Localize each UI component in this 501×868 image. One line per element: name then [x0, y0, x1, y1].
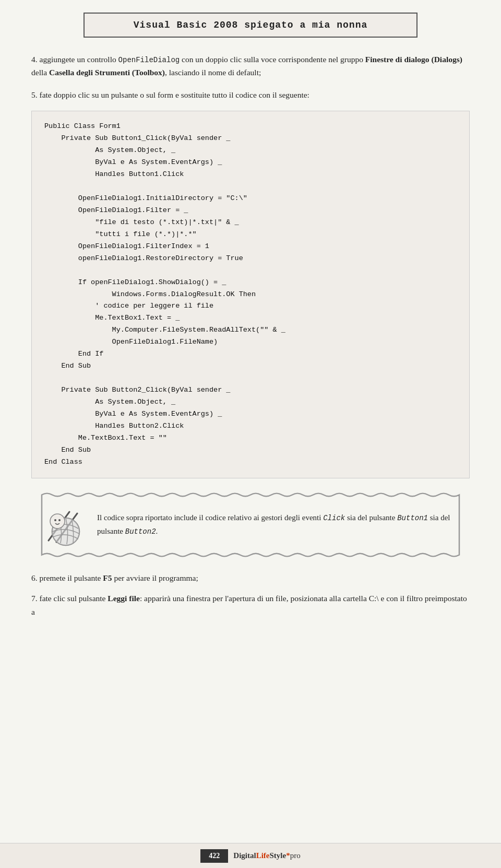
item7-text1: 7. fate clic sul pulsante	[31, 594, 108, 603]
item6-text2: per avviare il programma;	[112, 573, 198, 582]
item6-text1: 6. premete il pulsante	[31, 573, 103, 582]
para4-bold1: Finestre di dialogo (Dialogs)	[365, 55, 462, 64]
note-icon	[41, 501, 88, 548]
footer-life: Life	[256, 851, 270, 860]
header-banner: Visual Basic 2008 spiegato a mia nonna	[84, 13, 418, 38]
para4-bold2: Casella degli Strumenti (Toolbox)	[49, 68, 165, 77]
footer-brand: DigitalLifeStyle*pro	[233, 851, 300, 860]
paragraph-5: 5. fate doppio clic su un pulsante o sul…	[31, 89, 470, 102]
note-click-italic: Click	[323, 514, 345, 522]
note-text-before: Il codice sopra riportato include il cod…	[97, 513, 323, 522]
svg-point-5	[54, 519, 56, 521]
page-container: Visual Basic 2008 spiegato a mia nonna 4…	[0, 0, 501, 868]
code-block: Public Class Form1 Private Sub Button1_C…	[31, 111, 470, 478]
page-footer: 422 DigitalLifeStyle*pro	[0, 843, 501, 868]
para4-text2: con un doppio clic sulla voce corrispond…	[180, 55, 365, 64]
note-text-middle: sia del pulsante	[345, 513, 397, 522]
item6-bold: F5	[103, 573, 112, 582]
paragraph-4: 4. aggiungete un controllo OpenFileDialo…	[31, 53, 470, 79]
note-text: Il codice sopra riportato include il cod…	[97, 511, 459, 537]
footer-dot: *	[286, 851, 290, 860]
note-text-end: .	[156, 527, 158, 535]
svg-point-6	[58, 519, 61, 521]
note-box: Il codice sopra riportato include il cod…	[31, 491, 470, 559]
code-text: Public Class Form1 Private Sub Button1_C…	[44, 122, 285, 465]
para5-text: 5. fate doppio clic su un pulsante o sul…	[31, 90, 309, 99]
item-7: 7. fate clic sul pulsante Leggi file: ap…	[31, 592, 470, 618]
note-button2-italic: Button2	[125, 527, 156, 536]
main-content: 4. aggiungete un controllo OpenFileDialo…	[0, 38, 501, 636]
item7-bold: Leggi file	[108, 594, 140, 603]
svg-point-4	[50, 514, 65, 529]
open-file-dialog-code: OpenFileDialog	[118, 56, 180, 64]
para4-text3: della	[31, 68, 49, 77]
para4-text4: , lasciando il nome di default;	[165, 68, 261, 77]
note-button1-italic: Button1	[397, 514, 428, 522]
footer-pro: pro	[290, 851, 301, 860]
para4-text1: 4. aggiungete un controllo	[31, 55, 118, 64]
header-title: Visual Basic 2008 spiegato a mia nonna	[134, 20, 367, 30]
footer-style: Style	[270, 851, 287, 860]
footer-digital: Digital	[233, 851, 256, 860]
item-6: 6. premete il pulsante F5 per avviare il…	[31, 571, 470, 585]
footer-page-number: 422	[200, 849, 228, 863]
